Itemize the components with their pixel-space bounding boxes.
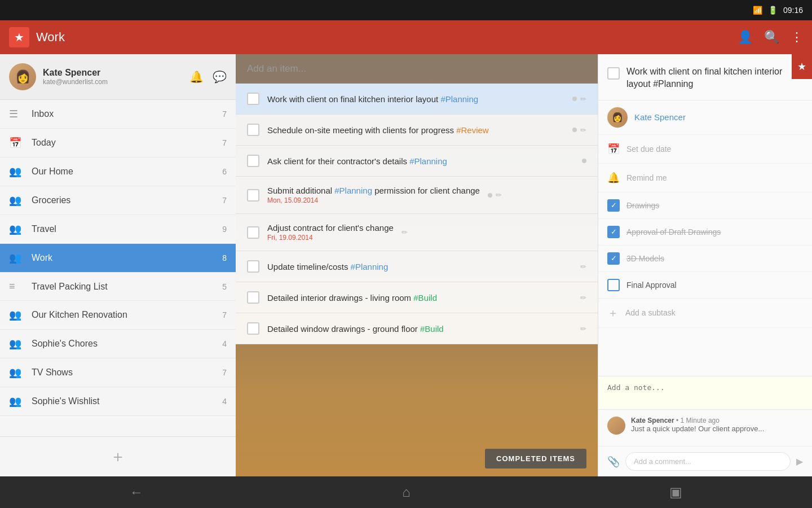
add-item-input[interactable] [247,63,586,75]
task-checkbox[interactable] [247,124,259,136]
task-checkbox[interactable] [247,189,259,202]
sidebar-item-work[interactable]: 👥 Work 8 [0,244,236,273]
task-tag: #Planning [409,156,447,166]
task-checkbox[interactable] [247,260,259,273]
task-text: Detailed window drawings - ground floor … [267,324,572,334]
comment-author-name: Kate Spencer [631,417,674,424]
task-checkbox[interactable] [247,291,259,304]
send-icon[interactable]: ▶ [796,456,803,467]
notification-bell-icon[interactable]: 🔔 [189,70,204,84]
task-item[interactable]: Update timeline/costs #Planning ✏ [236,251,598,282]
sidebar-item-groceries[interactable]: 👥 Groceries 7 [0,186,236,215]
subtask-text: Final Approval [626,281,803,290]
task-checkbox[interactable] [247,93,259,105]
add-item-bar [236,54,598,84]
task-item[interactable]: Ask client for their contractor's detail… [236,146,598,177]
subtask-checkbox[interactable] [607,279,620,291]
task-checkbox[interactable] [247,226,259,239]
plus-icon: ＋ [110,446,126,467]
calendar-icon: 📅 [607,143,620,155]
task-tag: #Planning [334,186,372,195]
group-icon: 👥 [9,366,25,379]
sidebar-item-label: Travel [32,224,215,234]
search-icon[interactable]: 🔍 [764,30,779,45]
completed-bar: COMPLETED ITEMS [236,441,598,476]
comment-author: Kate Spencer • 1 Minute ago [631,417,764,424]
note-input[interactable] [607,383,803,400]
subtask-item: Approval of Draft Drawings [598,219,812,246]
detail-panel: Work with client on final kitchen interi… [598,54,812,476]
subtask-checkbox[interactable] [607,199,620,212]
home-icon[interactable]: ⌂ [402,484,411,500]
user-actions: 🔔 💬 [189,70,227,84]
sidebar-item-our-home[interactable]: 👥 Our Home 6 [0,157,236,186]
sidebar-item-travel[interactable]: 👥 Travel 9 [0,215,236,244]
remind-row[interactable]: 🔔 Remind me [598,164,812,192]
back-icon[interactable]: ← [130,484,143,500]
user-info: Kate Spencer kate@wunderlist.com [43,68,189,86]
add-subtask-button[interactable]: ＋ Add a subtask [598,299,812,328]
comment-bubble-icon[interactable]: 💬 [213,70,227,84]
sidebar-item-tv-shows[interactable]: 👥 TV Shows 7 [0,358,236,387]
group-icon: 👥 [9,223,25,235]
task-tag: #Planning [440,94,478,104]
sidebar-item-our-kitchen[interactable]: 👥 Our Kitchen Renovation 7 [0,301,236,330]
assignee-name[interactable]: Kate Spencer [634,112,686,122]
task-checkbox[interactable] [247,322,259,335]
task-text: Ask client for their contractor's detail… [267,156,574,166]
sidebar-item-sophies-wishlist[interactable]: 👥 Sophie's Wishlist 4 [0,387,236,416]
task-items: Work with client on final kitchen interi… [236,84,598,441]
starred-indicator[interactable]: ★ [792,54,812,79]
more-menu-icon[interactable]: ⋮ [791,30,803,45]
attachment-icon[interactable]: 📎 [607,456,620,468]
task-text: Work with client on final kitchen interi… [267,94,564,104]
detail-task-checkbox[interactable] [607,67,620,80]
task-item[interactable]: Work with client on final kitchen interi… [236,84,598,115]
edit-icon: ✏ [580,294,586,302]
sidebar-item-label: Inbox [32,109,215,119]
task-item[interactable]: Detailed interior drawings - living room… [236,282,598,313]
detail-task-title: Work with client on final kitchen interi… [626,65,803,91]
user-name: Kate Spencer [43,68,189,78]
edit-icon: ✏ [580,325,586,333]
subtask-text: Approval of Draft Drawings [626,227,803,237]
add-list-button[interactable]: ＋ [0,436,236,476]
sidebar: 👩 Kate Spencer kate@wunderlist.com 🔔 💬 ☰… [0,54,236,476]
sidebar-item-travel-packing[interactable]: ≡ Travel Packing List 5 [0,273,236,301]
task-date: Mon, 15.09.2014 [267,196,480,204]
completed-items-button[interactable]: COMPLETED ITEMS [485,449,586,468]
app-toolbar: ★ Work 👤 🔍 ⋮ [0,20,812,54]
subtask-checkbox[interactable] [607,226,620,238]
sidebar-item-sophies-chores[interactable]: 👥 Sophie's Chores 4 [0,330,236,358]
comment-content: Kate Spencer • 1 Minute ago Just a quick… [631,417,764,435]
task-item[interactable]: Detailed window drawings - ground floor … [236,313,598,344]
app-logo: ★ [9,27,29,47]
edit-icon: ✏ [580,126,586,134]
comment-input[interactable] [625,452,791,471]
subtasks-list: Drawings Approval of Draft Drawings 3D M… [598,192,812,376]
due-date-row[interactable]: 📅 Set due date [598,135,812,164]
sidebar-item-label: TV Shows [32,367,215,378]
comment-text: Just a quick update! Our client approve.… [631,424,764,433]
task-text: Adjust contract for client's change [267,223,394,233]
task-checkbox[interactable] [247,155,259,167]
group-icon: 👥 [9,165,25,178]
comment-section: Kate Spencer • 1 Minute ago Just a quick… [598,409,812,446]
sidebar-item-label: Today [32,138,215,148]
task-tag: #Review [456,125,489,135]
subtask-checkbox[interactable] [607,252,620,265]
edit-icon: ✏ [580,95,586,103]
add-friend-icon[interactable]: 👤 [738,30,753,45]
app-title: Work [36,30,738,45]
sidebar-item-inbox[interactable]: ☰ Inbox 7 [0,100,236,129]
sidebar-item-today[interactable]: 📅 Today 7 [0,129,236,157]
avatar: 👩 [9,63,36,90]
task-item[interactable]: Schedule on-site meeting with clients fo… [236,115,598,146]
task-item[interactable]: Adjust contract for client's change Fri,… [236,214,598,251]
task-item[interactable]: Submit additional #Planning permission f… [236,177,598,214]
recent-apps-icon[interactable]: ▣ [669,484,682,500]
edit-icon: ✏ [496,191,502,199]
toolbar-actions: 👤 🔍 ⋮ [738,30,803,45]
plus-icon: ＋ [607,305,619,321]
sidebar-item-label: Sophie's Wishlist [32,396,215,406]
